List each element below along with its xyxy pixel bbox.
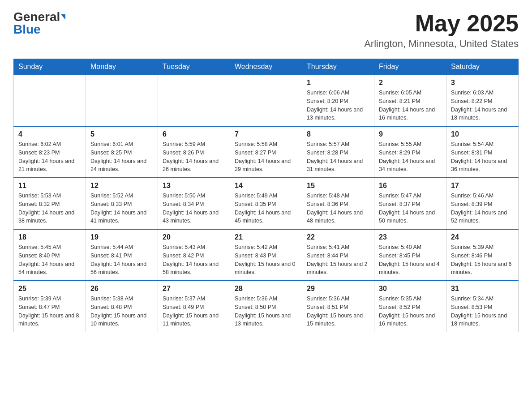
day-number: 24 — [451, 233, 514, 241]
day-info: Sunrise: 5:35 AM Sunset: 8:52 PM Dayligh… — [379, 295, 442, 328]
day-number: 29 — [307, 285, 369, 293]
day-number: 31 — [451, 285, 514, 293]
day-info: Sunrise: 5:38 AM Sunset: 8:48 PM Dayligh… — [90, 295, 153, 328]
calendar-cell: 24Sunrise: 5:39 AM Sunset: 8:46 PM Dayli… — [446, 229, 519, 281]
day-number: 18 — [18, 233, 81, 241]
calendar-week-row: 11Sunrise: 5:53 AM Sunset: 8:32 PM Dayli… — [14, 178, 519, 229]
weekday-header-friday: Friday — [374, 59, 446, 75]
calendar-cell: 5Sunrise: 6:01 AM Sunset: 8:25 PM Daylig… — [86, 126, 158, 178]
calendar-cell: 21Sunrise: 5:42 AM Sunset: 8:43 PM Dayli… — [230, 229, 302, 281]
calendar-cell: 16Sunrise: 5:47 AM Sunset: 8:37 PM Dayli… — [374, 178, 446, 229]
logo: General Blue — [13, 11, 65, 36]
calendar-cell: 4Sunrise: 6:02 AM Sunset: 8:23 PM Daylig… — [14, 126, 86, 178]
calendar-cell: 23Sunrise: 5:40 AM Sunset: 8:45 PM Dayli… — [374, 229, 446, 281]
calendar-week-row: 18Sunrise: 5:45 AM Sunset: 8:40 PM Dayli… — [14, 229, 519, 281]
calendar-cell: 18Sunrise: 5:45 AM Sunset: 8:40 PM Dayli… — [14, 229, 86, 281]
day-number: 20 — [163, 233, 225, 241]
day-number: 30 — [379, 285, 442, 293]
calendar-cell — [14, 75, 86, 126]
logo-triangle-icon — [61, 14, 65, 20]
calendar-cell — [86, 75, 158, 126]
day-number: 7 — [235, 130, 297, 138]
day-info: Sunrise: 6:01 AM Sunset: 8:25 PM Dayligh… — [90, 140, 153, 174]
day-info: Sunrise: 5:46 AM Sunset: 8:39 PM Dayligh… — [451, 192, 514, 225]
weekday-header-monday: Monday — [86, 59, 158, 75]
calendar-cell: 22Sunrise: 5:41 AM Sunset: 8:44 PM Dayli… — [302, 229, 374, 281]
day-number: 25 — [18, 285, 81, 293]
day-number: 11 — [18, 182, 81, 190]
day-number: 13 — [163, 182, 225, 190]
day-info: Sunrise: 5:44 AM Sunset: 8:41 PM Dayligh… — [90, 243, 153, 277]
day-info: Sunrise: 5:39 AM Sunset: 8:46 PM Dayligh… — [451, 243, 514, 277]
day-info: Sunrise: 5:47 AM Sunset: 8:37 PM Dayligh… — [379, 192, 442, 225]
calendar-week-row: 1Sunrise: 6:06 AM Sunset: 8:20 PM Daylig… — [14, 75, 519, 126]
calendar-cell: 10Sunrise: 5:54 AM Sunset: 8:31 PM Dayli… — [446, 126, 519, 178]
day-info: Sunrise: 6:03 AM Sunset: 8:22 PM Dayligh… — [451, 89, 514, 122]
calendar-cell: 19Sunrise: 5:44 AM Sunset: 8:41 PM Dayli… — [86, 229, 158, 281]
weekday-header-tuesday: Tuesday — [158, 59, 230, 75]
day-number: 16 — [379, 182, 442, 190]
day-info: Sunrise: 5:40 AM Sunset: 8:45 PM Dayligh… — [379, 243, 442, 277]
calendar-cell: 26Sunrise: 5:38 AM Sunset: 8:48 PM Dayli… — [86, 281, 158, 332]
weekday-header-sunday: Sunday — [14, 59, 86, 75]
weekday-header-saturday: Saturday — [446, 59, 519, 75]
day-number: 10 — [451, 130, 514, 138]
day-number: 17 — [451, 182, 514, 190]
day-info: Sunrise: 5:57 AM Sunset: 8:28 PM Dayligh… — [307, 140, 369, 174]
calendar-cell: 30Sunrise: 5:35 AM Sunset: 8:52 PM Dayli… — [374, 281, 446, 332]
day-info: Sunrise: 5:52 AM Sunset: 8:33 PM Dayligh… — [90, 192, 153, 225]
calendar-table: SundayMondayTuesdayWednesdayThursdayFrid… — [13, 59, 519, 332]
calendar-cell — [158, 75, 230, 126]
calendar-cell — [230, 75, 302, 126]
title-block: May 2025 Arlington, Minnesota, United St… — [364, 11, 519, 50]
calendar-week-row: 4Sunrise: 6:02 AM Sunset: 8:23 PM Daylig… — [14, 126, 519, 178]
day-number: 5 — [90, 130, 153, 138]
day-info: Sunrise: 5:54 AM Sunset: 8:31 PM Dayligh… — [451, 140, 514, 174]
day-info: Sunrise: 5:37 AM Sunset: 8:49 PM Dayligh… — [163, 295, 225, 328]
day-number: 15 — [307, 182, 369, 190]
logo-blue-text: Blue — [13, 23, 41, 36]
calendar-cell: 2Sunrise: 6:05 AM Sunset: 8:21 PM Daylig… — [374, 75, 446, 126]
day-info: Sunrise: 5:48 AM Sunset: 8:36 PM Dayligh… — [307, 192, 369, 225]
day-info: Sunrise: 6:05 AM Sunset: 8:21 PM Dayligh… — [379, 89, 442, 122]
calendar-cell: 14Sunrise: 5:49 AM Sunset: 8:35 PM Dayli… — [230, 178, 302, 229]
day-info: Sunrise: 5:53 AM Sunset: 8:32 PM Dayligh… — [18, 192, 81, 225]
day-number: 14 — [235, 182, 297, 190]
day-info: Sunrise: 5:59 AM Sunset: 8:26 PM Dayligh… — [163, 140, 225, 174]
day-number: 3 — [451, 79, 514, 87]
day-number: 21 — [235, 233, 297, 241]
calendar-cell: 25Sunrise: 5:39 AM Sunset: 8:47 PM Dayli… — [14, 281, 86, 332]
day-number: 28 — [235, 285, 297, 293]
day-info: Sunrise: 5:34 AM Sunset: 8:53 PM Dayligh… — [451, 295, 514, 328]
calendar-cell: 17Sunrise: 5:46 AM Sunset: 8:39 PM Dayli… — [446, 178, 519, 229]
day-number: 8 — [307, 130, 369, 138]
page-header: General Blue May 2025 Arlington, Minneso… — [13, 11, 519, 50]
day-info: Sunrise: 5:42 AM Sunset: 8:43 PM Dayligh… — [235, 243, 297, 277]
calendar-cell: 27Sunrise: 5:37 AM Sunset: 8:49 PM Dayli… — [158, 281, 230, 332]
calendar-cell: 6Sunrise: 5:59 AM Sunset: 8:26 PM Daylig… — [158, 126, 230, 178]
day-number: 4 — [18, 130, 81, 138]
calendar-cell: 31Sunrise: 5:34 AM Sunset: 8:53 PM Dayli… — [446, 281, 519, 332]
day-number: 27 — [163, 285, 225, 293]
calendar-cell: 1Sunrise: 6:06 AM Sunset: 8:20 PM Daylig… — [302, 75, 374, 126]
weekday-header-thursday: Thursday — [302, 59, 374, 75]
day-number: 6 — [163, 130, 225, 138]
day-info: Sunrise: 5:49 AM Sunset: 8:35 PM Dayligh… — [235, 192, 297, 225]
day-number: 2 — [379, 79, 442, 87]
location-title: Arlington, Minnesota, United States — [364, 38, 519, 50]
day-info: Sunrise: 5:55 AM Sunset: 8:29 PM Dayligh… — [379, 140, 442, 174]
calendar-cell: 20Sunrise: 5:43 AM Sunset: 8:42 PM Dayli… — [158, 229, 230, 281]
calendar-cell: 7Sunrise: 5:58 AM Sunset: 8:27 PM Daylig… — [230, 126, 302, 178]
day-number: 9 — [379, 130, 442, 138]
calendar-cell: 15Sunrise: 5:48 AM Sunset: 8:36 PM Dayli… — [302, 178, 374, 229]
day-number: 1 — [307, 79, 369, 87]
day-number: 22 — [307, 233, 369, 241]
calendar-cell: 8Sunrise: 5:57 AM Sunset: 8:28 PM Daylig… — [302, 126, 374, 178]
calendar-cell: 12Sunrise: 5:52 AM Sunset: 8:33 PM Dayli… — [86, 178, 158, 229]
day-info: Sunrise: 5:45 AM Sunset: 8:40 PM Dayligh… — [18, 243, 81, 277]
day-info: Sunrise: 5:36 AM Sunset: 8:50 PM Dayligh… — [235, 295, 297, 328]
day-number: 12 — [90, 182, 153, 190]
calendar-cell: 3Sunrise: 6:03 AM Sunset: 8:22 PM Daylig… — [446, 75, 519, 126]
calendar-cell: 13Sunrise: 5:50 AM Sunset: 8:34 PM Dayli… — [158, 178, 230, 229]
day-info: Sunrise: 6:02 AM Sunset: 8:23 PM Dayligh… — [18, 140, 81, 174]
